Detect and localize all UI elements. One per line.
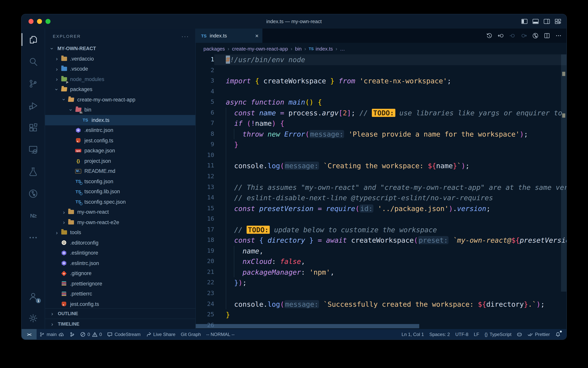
tree-item-tsconfig.json[interactable]: ›TStsconfig.json	[45, 176, 195, 186]
code-line[interactable]: 12	[196, 171, 566, 182]
tree-item-tools[interactable]: ›tools	[45, 227, 195, 238]
breadcrumb-item-packages[interactable]: packages	[203, 46, 225, 52]
open-changes-icon[interactable]	[497, 32, 504, 39]
activity-item-settings[interactable]	[22, 307, 45, 329]
tree-item-create-my-own-react-app[interactable]: ›create-my-own-react-app	[45, 94, 195, 105]
breadcrumb-item-bin[interactable]: bin	[295, 46, 302, 52]
status-codestream[interactable]: CodeStream	[105, 329, 143, 340]
tree-item-my-own-react-e2e[interactable]: ›my-own-react-e2e	[45, 217, 195, 227]
tree-item-.verdaccio[interactable]: ›.verdaccio	[45, 54, 195, 64]
code-line[interactable]: 20 nxCloud: false,	[196, 256, 566, 267]
code-line[interactable]: 9 }	[196, 139, 566, 150]
code-line[interactable]: 3import { createWorkspace } from 'create…	[196, 76, 566, 86]
outline-section[interactable]: › OUTLINE	[45, 308, 195, 319]
tree-item-tsconfig.lib.json[interactable]: ›TStsconfig.lib.json	[45, 186, 195, 197]
status-encoding[interactable]: UTF-8	[453, 329, 471, 340]
split-editor-icon[interactable]	[544, 32, 550, 39]
toggle-secondary-sidebar-icon[interactable]	[544, 19, 550, 24]
code-line[interactable]: 24 console.log(message: `Successfully cr…	[196, 299, 566, 309]
activity-item-run-debug[interactable]	[22, 94, 45, 117]
vertical-scrollbar[interactable]	[561, 54, 566, 292]
status-notifications[interactable]	[553, 329, 563, 340]
code-line[interactable]: 22 });	[196, 277, 566, 288]
activity-item-accounts[interactable]: 1	[22, 285, 45, 307]
breadcrumb-item-index.ts[interactable]: TSindex.ts	[309, 46, 333, 52]
status-live-share[interactable]: Live Share	[143, 329, 178, 340]
status-git-graph-status[interactable]: Git Graph	[178, 329, 203, 340]
tree-item-node_modules[interactable]: ›jsnode_modules	[45, 74, 195, 84]
code-line[interactable]: 2	[196, 65, 566, 76]
tree-item-jest.config.ts[interactable]: ›jest.config.ts	[45, 299, 195, 308]
code-editor[interactable]: 1#!/usr/bin/env node23import { createWor…	[196, 54, 566, 329]
code-line[interactable]: 25}	[196, 309, 566, 320]
tree-item-index.ts[interactable]: ›TSindex.ts	[45, 115, 195, 125]
explorer-more-icon[interactable]: ···	[182, 33, 189, 39]
close-icon[interactable]: ×	[255, 33, 259, 38]
tree-item-.editorconfig[interactable]: ›.editorconfig	[45, 238, 195, 248]
activity-item-explorer[interactable]	[22, 28, 45, 51]
more-actions-icon[interactable]	[555, 32, 562, 39]
code-line[interactable]: 19 name,	[196, 246, 566, 256]
tree-item-README.md[interactable]: ›M↓README.md	[45, 166, 195, 176]
status-prettier[interactable]: Prettier	[525, 329, 553, 340]
code-line[interactable]: 14 // eslint-disable-next-line @typescri…	[196, 193, 566, 203]
tree-item-.vscode[interactable]: ›.vscode	[45, 64, 195, 74]
code-line[interactable]: 4	[196, 86, 566, 97]
code-line[interactable]: 1#!/usr/bin/env node	[196, 54, 566, 65]
breadcrumb-item-create-my-own-react-app[interactable]: create-my-own-react-app	[232, 46, 288, 52]
status-eol[interactable]: LF	[471, 329, 482, 340]
code-line[interactable]: 5async function main() {	[196, 97, 566, 107]
code-line[interactable]: 13 // This assumes "my-own-react" and "c…	[196, 182, 566, 193]
status-language-mode[interactable]: {}TypeScript	[482, 329, 514, 340]
tree-item-my-own-react[interactable]: ›my-own-react	[45, 207, 195, 217]
toggle-primary-sidebar-icon[interactable]	[521, 19, 527, 24]
status-remote-indicator[interactable]: ><	[22, 329, 37, 340]
status-copilot[interactable]	[514, 329, 525, 340]
code-line[interactable]: 8 throw new Error(message: 'Please provi…	[196, 129, 566, 139]
customize-layout-icon[interactable]	[555, 19, 561, 24]
git-history-icon[interactable]	[532, 32, 539, 39]
code-line[interactable]: 21 packageManager: 'npm',	[196, 267, 566, 277]
code-line[interactable]: 6 const name = process.argv[2]; // TODO:…	[196, 107, 566, 118]
tree-item-package.json[interactable]: ›npmpackage.json	[45, 146, 195, 156]
tree-item-.prettierrc[interactable]: ›.prettierrc	[45, 289, 195, 299]
tree-item-jest.config.ts[interactable]: ›jest.config.ts	[45, 135, 195, 146]
status-cursor-position[interactable]: Ln 1, Col 1	[399, 329, 427, 340]
tree-item-packages[interactable]: ›packages	[45, 84, 195, 94]
status-indentation[interactable]: Spaces: 2	[427, 329, 453, 340]
code-line[interactable]: 7 if (!name) {	[196, 118, 566, 129]
tree-item-.eslintignore[interactable]: ›.eslintignore	[45, 248, 195, 258]
tree-item-.prettierignore[interactable]: ›.prettierignore	[45, 278, 195, 289]
timeline-icon[interactable]	[486, 32, 492, 39]
status-git-branch-status[interactable]: main	[37, 329, 67, 340]
tree-item-.gitignore[interactable]: ›.gitignore	[45, 268, 195, 278]
code-line[interactable]: 15 const presetVersion = require(id: '..…	[196, 203, 566, 214]
horizontal-scrollbar[interactable]	[196, 324, 419, 328]
status-problems[interactable]: 00	[78, 329, 105, 340]
activity-item-source-control[interactable]	[22, 73, 45, 94]
timeline-section[interactable]: › TIMELINE	[45, 319, 195, 329]
activity-item-search[interactable]	[22, 51, 45, 73]
toggle-panel-icon[interactable]	[533, 19, 539, 24]
activity-item-remote-explorer[interactable]	[22, 138, 45, 160]
activity-item-git-graph[interactable]	[22, 183, 45, 204]
activity-item-testing[interactable]	[22, 160, 45, 183]
code-line[interactable]: 23	[196, 288, 566, 299]
project-section-header[interactable]: › MY-OWN-REACT	[45, 44, 195, 54]
status-vim-mode[interactable]: -- NORMAL --	[203, 329, 237, 340]
tree-item-.eslintrc.json[interactable]: ›.eslintrc.json	[45, 125, 195, 135]
activity-item-extensions[interactable]	[22, 117, 45, 138]
code-line[interactable]: 16	[196, 214, 566, 224]
tree-item-bin[interactable]: ›01bin	[45, 105, 195, 115]
activity-item-more-views[interactable]	[22, 226, 45, 248]
code-line[interactable]: 17 // TODO: update below to customize th…	[196, 224, 566, 235]
tree-item-.eslintrc.json[interactable]: ›.eslintrc.json	[45, 258, 195, 268]
tree-item-project.json[interactable]: ›{}project.json	[45, 156, 195, 166]
code-line[interactable]: 18 const { directory } = await createWor…	[196, 235, 566, 246]
breadcrumb-item-…[interactable]: …	[340, 46, 345, 52]
activity-item-nx-console[interactable]: N≥	[22, 204, 45, 226]
tree-item-tsconfig.spec.json[interactable]: ›TStsconfig.spec.json	[45, 197, 195, 207]
code-line[interactable]: 11 console.log(message: `Creating the wo…	[196, 161, 566, 171]
status-git-commits-status[interactable]	[67, 329, 78, 340]
code-line[interactable]: 10	[196, 150, 566, 161]
